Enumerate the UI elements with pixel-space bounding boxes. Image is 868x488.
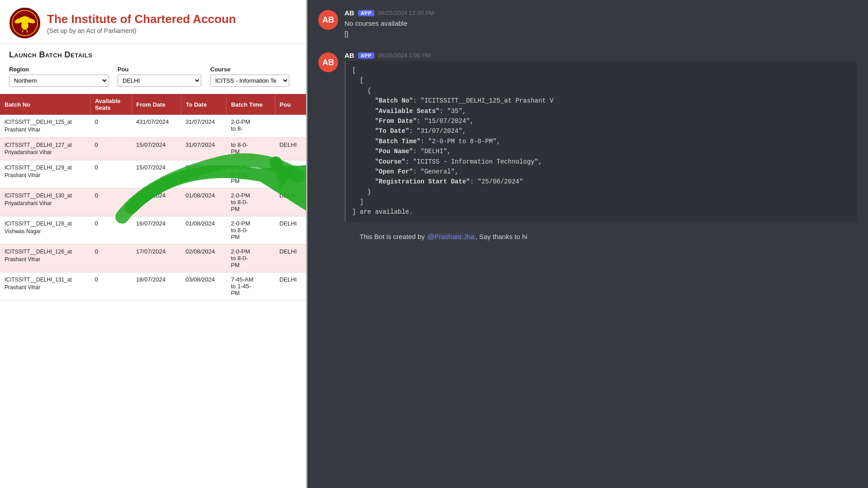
time-cell: 2-0-PM to 8-0- PM [226, 244, 275, 272]
icai-header: The Institute of Chartered Accoun (Set u… [0, 0, 306, 44]
discord-avatar-1: AB [318, 10, 338, 30]
seats-cell: 0 [90, 188, 132, 216]
json-line-5: "From Date": "15/07/2024", [352, 116, 851, 126]
mention-link[interactable]: @Prashant Jha [427, 233, 476, 240]
filter-form-row: Region Northern Southern Eastern Western… [9, 66, 297, 87]
from-date-cell: 15/07/2024 [132, 160, 181, 188]
launch-batch-title: Launch Batch Details [9, 50, 297, 60]
avatar-initials-2: AB [322, 58, 334, 67]
json-line-9: "Course": "ICITSS - Information Technolo… [352, 157, 851, 167]
table-row: ICITSSITT__DELHI_130_at Priyadarshani Vi… [0, 188, 306, 216]
course-select[interactable]: ICITSS - Information Te ICITSS - Orienta… [210, 75, 289, 87]
from-date-cell: 18/07/2024 [132, 272, 181, 300]
discord-meta-1: AB APP 06/25/2024 12:30 PM [344, 9, 857, 17]
json-line-11: "Registration Start Date": "25/06/2024" [352, 177, 851, 187]
col-header-batch-no: Batch No [0, 94, 90, 115]
pou-select[interactable]: DELHI MUMBAI CHENNAI KOLKATA [118, 75, 201, 87]
discord-timestamp-1: 06/25/2024 12:30 PM [378, 9, 434, 16]
to-date-cell: 01/08/2024 [181, 216, 226, 244]
batch-table-body: ICITSSITT__DELHI_125_at Prashant Vihar04… [0, 115, 306, 300]
right-panel: AB AB APP 06/25/2024 12:30 PM No courses… [307, 0, 868, 488]
icai-title: The Institute of Chartered Accoun [47, 12, 236, 26]
from-date-cell: 16/07/2024 [132, 188, 181, 216]
discord-meta-2: AB APP 06/25/2024 1:00 PM [344, 52, 857, 59]
from-date-cell: 431/07/2024 [132, 115, 181, 137]
table-row: ICITSSITT__DELHI_131_at Prashant Vihar01… [0, 272, 306, 300]
seats-cell: 0 [90, 216, 132, 244]
seats-cell: 0 [90, 272, 132, 300]
discord-timestamp-2: 06/25/2024 1:00 PM [378, 52, 431, 59]
to-date-cell: 03/08/2024 [181, 272, 226, 300]
pou-cell: DELHI [275, 244, 306, 272]
time-cell: 2-0-PM to 8-0- PM [226, 160, 275, 188]
json-line-7: "Batch Time": "2-0-PM to 8-0-PM", [352, 136, 851, 146]
discord-json-block: [ [ { "Batch No": "ICITSSITT__DELHI_125_… [344, 61, 857, 222]
pou-cell: DELHI [275, 160, 306, 188]
icai-subtitle: (Set up by an Act of Parliament) [47, 27, 236, 34]
time-cell: to 8-0- PM [226, 137, 275, 160]
to-date-cell: 31/07/2024 [181, 137, 226, 160]
json-line-6: "To Date": "31/07/2024", [352, 126, 851, 136]
region-label: Region [9, 66, 108, 73]
to-date-cell: 02/08/2024 [181, 244, 226, 272]
json-line-8: "Pou Name": "DELHI", [352, 146, 851, 156]
table-row: ICITSSITT__DELHI_129_at Prashant Vihar01… [0, 160, 306, 188]
course-label: Course [210, 66, 289, 73]
avatar-initials-1: AB [322, 15, 334, 25]
pou-cell: DELHI [275, 272, 306, 300]
seats-cell: 0 [90, 137, 132, 160]
batch-no-cell: ICITSSITT__DELHI_125_at Prashant Vihar [0, 115, 90, 137]
batch-table-wrapper: Batch No AvailableSeats From Date To Dat… [0, 94, 306, 488]
discord-message-2: AB AB APP 06/25/2024 1:00 PM [ [ { "Batc… [318, 52, 857, 252]
batch-no-cell: ICITSSITT__DELHI_128_at Vishwas Nagar [0, 216, 90, 244]
from-date-cell: 17/07/2024 [132, 244, 181, 272]
icai-logo [9, 7, 41, 39]
json-line-4: "Available Seats": "35", [352, 106, 851, 116]
time-cell: 2-0-PM to 8-0- PM [226, 188, 275, 216]
table-row: ICITSSITT__DELHI_128_at Vishwas Nagar016… [0, 216, 306, 244]
icai-title-block: The Institute of Chartered Accoun (Set u… [47, 12, 236, 34]
batch-no-cell: ICITSSITT__DELHI_127_at Priyadarshani Vi… [0, 137, 90, 160]
left-panel: The Institute of Chartered Accoun (Set u… [0, 0, 307, 488]
json-line-12: } [352, 187, 851, 197]
batch-no-cell: ICITSSITT__DELHI_129_at Prashant Vihar [0, 160, 90, 188]
json-line-13: ] [352, 197, 851, 207]
pou-cell: DELHI [275, 137, 306, 160]
table-row: ICITSSITT__DELHI_125_at Prashant Vihar04… [0, 115, 306, 137]
json-line-1: [ [352, 75, 851, 85]
svg-point-4 [21, 21, 28, 30]
pou-label: Pou [118, 66, 201, 73]
discord-message-1: AB AB APP 06/25/2024 12:30 PM No courses… [318, 9, 857, 39]
from-date-cell: 15/07/2024 [132, 137, 181, 160]
from-date-cell: 16/07/2024 [132, 216, 181, 244]
col-header-time: Batch Time [226, 94, 275, 115]
region-select[interactable]: Northern Southern Eastern Western Centra… [9, 75, 108, 87]
col-header-seats: AvailableSeats [90, 94, 132, 115]
col-header-pou: Pou [275, 94, 306, 115]
batch-table: Batch No AvailableSeats From Date To Dat… [0, 94, 306, 300]
to-date-cell: 01/08/2024 [181, 188, 226, 216]
discord-app-badge-2: APP [358, 52, 374, 59]
launch-batch-section: Launch Batch Details Region Northern Sou… [0, 44, 306, 92]
json-line-10: "Open For": "General", [352, 167, 851, 177]
table-row: ICITSSITT__DELHI_126_at Prashant Vihar01… [0, 244, 306, 272]
course-group: Course ICITSS - Information Te ICITSS - … [210, 66, 289, 87]
col-header-to-date: To Date [181, 94, 226, 115]
table-header-row: Batch No AvailableSeats From Date To Dat… [0, 94, 306, 115]
time-cell: 2-0-PM to 8-0- PM [226, 216, 275, 244]
seats-cell: 0 [90, 115, 132, 137]
table-row: ICITSSITT__DELHI_127_at Priyadarshani Vi… [0, 137, 306, 160]
batch-no-cell: ICITSSITT__DELHI_130_at Priyadarshani Vi… [0, 188, 90, 216]
discord-content-2: AB APP 06/25/2024 1:00 PM [ [ { "Batch N… [344, 52, 857, 252]
discord-text-1: No courses available [] [344, 19, 857, 39]
json-line-14: ] are available. [352, 207, 851, 217]
to-date-cell: 31/07/2024 [181, 115, 226, 137]
region-group: Region Northern Southern Eastern Western… [9, 66, 108, 87]
json-line-3: "Batch No": "ICITSSITT__DELHI_125_at Pra… [352, 96, 851, 106]
seats-cell: 0 [90, 244, 132, 272]
pou-cell: DELHI [275, 188, 306, 216]
discord-username-2: AB [344, 52, 354, 59]
col-header-from-date: From Date [132, 94, 181, 115]
pou-cell [275, 115, 306, 137]
time-cell: 7-45-AM to 1-45- PM [226, 272, 275, 300]
